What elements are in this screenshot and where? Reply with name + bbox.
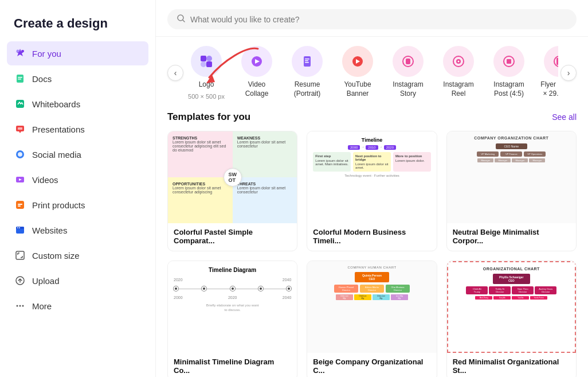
- instagram-post-icon: [493, 46, 524, 77]
- template-label-timeline-modern: Colorful Modern Business Timeli...: [307, 223, 436, 251]
- template-card-org-beige[interactable]: COMPANY HUMAN CHART Quinta PersonCEO Hum…: [307, 261, 437, 377]
- template-card-org-red[interactable]: ORGANIZATIONAL CHART Phyllis SchweigerCE…: [446, 261, 577, 377]
- logo-label: Logo: [199, 80, 214, 90]
- sidebar-item-docs[interactable]: Docs: [7, 67, 148, 91]
- template-thumb-org-beige: COMPANY HUMAN CHART Quinta PersonCEO Hum…: [307, 261, 436, 353]
- see-all-link[interactable]: See all: [552, 112, 577, 122]
- header: [156, 0, 588, 37]
- svg-rect-26: [201, 61, 206, 67]
- svg-point-17: [19, 227, 20, 228]
- more-icon: [14, 300, 26, 312]
- template-card-timeline-diag[interactable]: Timeline Diagram 2020 2040: [167, 261, 297, 377]
- template-thumb-timeline-diag: Timeline Diagram 2020 2040: [168, 261, 297, 353]
- video-collage-icon: [241, 46, 272, 77]
- svg-rect-1: [21, 50, 24, 52]
- app-title: Create a design: [7, 11, 148, 40]
- quick-item-logo[interactable]: Logo 500 × 500 px: [186, 46, 227, 100]
- svg-point-22: [22, 305, 24, 307]
- flyer-label: Flyer (A4 21 × 29.7 cm): [539, 80, 558, 98]
- svg-rect-12: [18, 204, 22, 205]
- svg-rect-35: [406, 59, 410, 64]
- template-label-org-beige: Beige Company Organizational C...: [307, 353, 436, 377]
- template-label-timeline-diag: Minimalist Timeline Diagram Co...: [168, 353, 297, 377]
- sidebar-label-upload: Upload: [32, 276, 60, 286]
- sidebar-label-for-you: For you: [32, 49, 61, 59]
- svg-rect-42: [556, 58, 558, 65]
- content-area: ‹ Logo 500 × 500 px: [156, 37, 588, 377]
- quick-item-instagram-reel[interactable]: Instagram Reel: [438, 46, 479, 100]
- svg-rect-18: [16, 251, 24, 259]
- quick-items-row: ‹ Logo 500 × 500 px: [167, 46, 577, 100]
- template-label-org-red: Red Minimalist Organizational St...: [447, 353, 576, 377]
- sidebar-label-custom-size: Custom size: [32, 251, 80, 261]
- sidebar-label-whiteboards: Whiteboards: [32, 99, 80, 109]
- svg-point-38: [458, 61, 460, 63]
- sidebar-item-websites[interactable]: Websites: [7, 218, 148, 242]
- sidebar-label-websites: Websites: [32, 226, 67, 235]
- svg-point-20: [17, 305, 18, 307]
- quick-nav-next[interactable]: ›: [560, 65, 577, 81]
- svg-point-16: [17, 227, 18, 228]
- sidebar-item-for-you[interactable]: For you: [7, 41, 148, 65]
- quick-item-resume[interactable]: Resume (Portrait): [287, 46, 328, 100]
- quick-nav-prev[interactable]: ‹: [167, 65, 183, 81]
- instagram-story-icon: [393, 46, 424, 77]
- quick-item-flyer[interactable]: Flyer (A4 21 × 29.7 cm): [539, 46, 558, 100]
- svg-rect-4: [18, 79, 21, 80]
- whiteboards-icon: [14, 98, 26, 110]
- svg-rect-29: [304, 56, 311, 67]
- search-bar[interactable]: [167, 9, 577, 29]
- svg-rect-40: [507, 59, 511, 64]
- svg-rect-25: [206, 56, 212, 61]
- instagram-reel-icon: [443, 46, 474, 77]
- svg-rect-3: [18, 77, 22, 78]
- sidebar-item-upload[interactable]: Upload: [7, 269, 148, 293]
- print-products-icon: [14, 199, 26, 211]
- search-input[interactable]: [190, 15, 567, 24]
- template-thumb-org-neutral: COMPANY ORGANIZATION CHART CEO Name VP M…: [447, 131, 576, 223]
- sidebar-item-social-media[interactable]: Social media: [7, 142, 148, 166]
- template-card-timeline-modern[interactable]: Timeline 2000 → 2010 → 2020 First step L…: [307, 131, 437, 251]
- main-content: ‹ Logo 500 × 500 px: [156, 0, 588, 377]
- instagram-story-label: Instagram Story: [387, 80, 429, 98]
- presentations-icon: [14, 123, 26, 135]
- sidebar-item-whiteboards[interactable]: Whiteboards: [7, 92, 148, 116]
- svg-rect-7: [18, 127, 22, 130]
- template-card-org-neutral[interactable]: COMPANY ORGANIZATION CHART CEO Name VP M…: [446, 131, 577, 251]
- youtube-label: YouTube Banner: [337, 80, 378, 98]
- sidebar-item-more[interactable]: More: [7, 294, 148, 318]
- quick-item-youtube-banner[interactable]: YouTube Banner: [337, 46, 378, 100]
- flyer-icon: [544, 46, 558, 77]
- sidebar: Create a design For you Docs: [0, 0, 156, 377]
- svg-rect-31: [305, 60, 308, 61]
- sidebar-label-print-products: Print products: [32, 200, 85, 210]
- templates-section-title: Templates for you: [167, 111, 250, 123]
- custom-size-icon: [14, 249, 26, 262]
- svg-rect-13: [18, 205, 21, 207]
- youtube-banner-icon: [342, 46, 373, 77]
- svg-rect-27: [206, 61, 212, 67]
- sidebar-item-custom-size[interactable]: Custom size: [7, 243, 148, 267]
- resume-icon: [292, 46, 323, 77]
- svg-rect-24: [201, 56, 206, 61]
- template-thumb-swot: STRENGTHS Lorem ipsum dolor sit amet con…: [168, 131, 297, 223]
- quick-item-video-collage[interactable]: Video Collage: [236, 46, 277, 100]
- video-collage-label: Video Collage: [236, 80, 277, 98]
- logo-icon: [191, 46, 222, 77]
- sidebar-label-social-media: Social media: [32, 150, 81, 160]
- template-thumb-timeline-modern: Timeline 2000 → 2010 → 2020 First step L…: [307, 131, 436, 223]
- sidebar-item-presentations[interactable]: Presentations: [7, 117, 148, 141]
- websites-icon: [14, 224, 26, 236]
- sidebar-item-print-products[interactable]: Print products: [7, 193, 148, 217]
- templates-grid: STRENGTHS Lorem ipsum dolor sit amet con…: [167, 131, 577, 377]
- quick-item-instagram-post[interactable]: Instagram Post (4:5): [488, 46, 530, 100]
- videos-icon: [14, 173, 26, 186]
- quick-items-list: Logo 500 × 500 px Video Collage: [186, 46, 558, 100]
- social-media-icon: [14, 148, 26, 161]
- search-icon: [177, 14, 186, 25]
- quick-item-instagram-story[interactable]: Instagram Story: [387, 46, 429, 100]
- svg-point-9: [19, 153, 21, 156]
- template-card-swot[interactable]: STRENGTHS Lorem ipsum dolor sit amet con…: [167, 131, 297, 251]
- logo-sublabel: 500 × 500 px: [188, 93, 225, 100]
- sidebar-item-videos[interactable]: Videos: [7, 168, 148, 192]
